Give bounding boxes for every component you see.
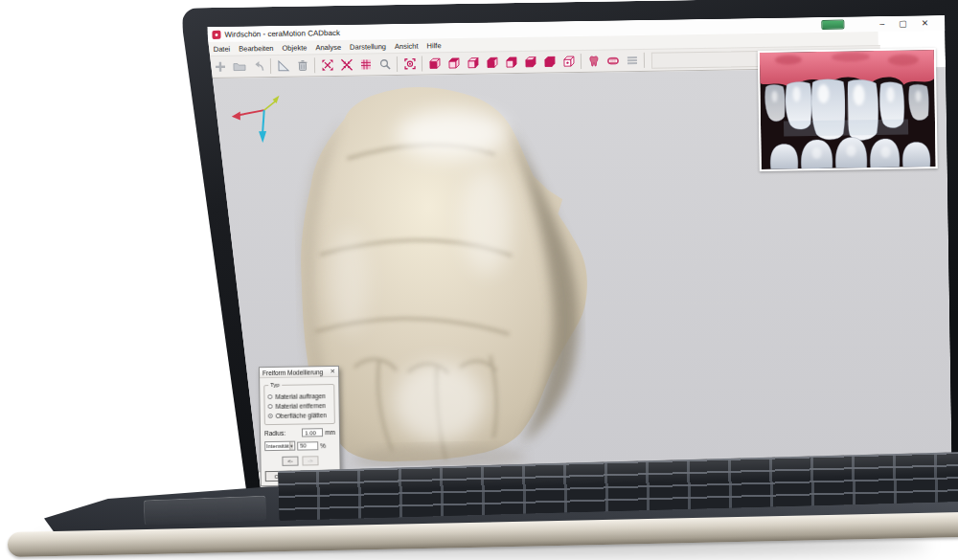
toolbar-separator	[397, 56, 398, 72]
view-cube-back-icon[interactable]	[445, 54, 463, 73]
intraoral-photo-panel	[758, 48, 938, 171]
dialog-radio-material-entfernen[interactable]: Material entfernen	[268, 402, 331, 410]
menu-item-analyse[interactable]: Analyse	[315, 42, 341, 51]
radius-label: Radius:	[264, 430, 300, 437]
maximize-button[interactable]: ▢	[899, 19, 907, 28]
toolbar-separator	[581, 54, 582, 69]
toolbar-separator	[270, 58, 271, 74]
menu-item-ansicht[interactable]: Ansicht	[395, 41, 419, 50]
grid-icon[interactable]	[356, 55, 375, 74]
toolbar-separator	[314, 57, 315, 73]
chevron-down-icon: ▾	[289, 442, 294, 450]
radio-icon	[268, 404, 273, 409]
intensity-row: Intensität ▾ 50 %	[264, 440, 335, 451]
type-groupbox: Typ Material auftragenMaterial entfernen…	[263, 384, 335, 425]
freeform-modelling-dialog: Freiform Modellierung ✕ Typ Material auf…	[259, 366, 341, 486]
toolbar-separator	[644, 53, 645, 68]
dialog-title: Freiform Modellierung	[262, 369, 323, 376]
magnifier-icon[interactable]	[376, 55, 394, 74]
radio-label: Material auftragen	[275, 392, 325, 400]
measure-icon[interactable]	[274, 56, 292, 76]
view-cube-free-icon[interactable]	[559, 52, 578, 71]
undo-icon[interactable]	[249, 56, 267, 76]
snapshot-icon[interactable]	[400, 55, 419, 74]
dialog-radio-material-auftragen[interactable]: Material auftragen	[267, 392, 331, 400]
view-cube-right-icon[interactable]	[483, 53, 501, 72]
app-window: Wirdschön - ceraMotion CADback – ▢ ✕ Dat…	[207, 15, 951, 488]
delete-icon[interactable]	[293, 56, 311, 75]
window-controls: – ▢ ✕	[821, 18, 940, 30]
undo-step-button[interactable]: <-	[282, 457, 298, 466]
intensity-select-value: Intensität	[266, 443, 289, 449]
layers-icon[interactable]	[623, 51, 641, 70]
menu-item-datei[interactable]: Datei	[214, 44, 231, 53]
radio-icon	[268, 414, 273, 418]
zoom-fit-icon[interactable]	[318, 56, 336, 75]
redo-step-button: ->	[302, 456, 318, 465]
group-label: Typ	[268, 382, 282, 388]
dialog-radio-oberfl-che-gl-tten[interactable]: Oberfläche glätten	[268, 412, 331, 419]
menu-item-darstellung[interactable]: Darstellung	[350, 42, 386, 52]
dialog-close-icon[interactable]: ✕	[330, 368, 335, 375]
radius-unit: mm	[325, 429, 335, 436]
app-icon	[212, 30, 220, 38]
close-button[interactable]: ✕	[922, 19, 929, 28]
menu-item-objekte[interactable]: Objekte	[282, 43, 307, 52]
radius-input[interactable]: 1.00	[302, 428, 323, 437]
laptop-trackpad	[144, 496, 267, 526]
tooth-icon[interactable]	[584, 52, 603, 71]
laptop-photo-scene: Wirdschön - ceraMotion CADback – ▢ ✕ Dat…	[0, 0, 958, 560]
view-cube-top-icon[interactable]	[502, 53, 520, 72]
status-badge[interactable]	[821, 20, 844, 30]
intensity-select[interactable]: Intensität ▾	[264, 441, 295, 452]
radio-group: Material auftragenMaterial entfernenOber…	[267, 392, 331, 419]
history-buttons: <- ->	[264, 456, 335, 466]
radio-label: Material entfernen	[276, 402, 326, 410]
radio-icon	[267, 394, 272, 399]
menu-item-hilfe[interactable]: Hilfe	[426, 41, 441, 50]
axis-orientation-widget	[227, 91, 282, 146]
denture-icon[interactable]	[604, 51, 622, 70]
view-cube-left-icon[interactable]	[464, 54, 482, 73]
teeth-photo	[760, 50, 936, 169]
radius-row: Radius: 1.00 mm	[264, 428, 335, 437]
minimize-button[interactable]: –	[879, 19, 884, 28]
radio-label: Oberfläche glätten	[276, 412, 327, 419]
window-title: Wirdschön - ceraMotion CADback	[224, 28, 340, 38]
zoom-reset-icon[interactable]	[337, 56, 355, 75]
view-cube-bottom-icon[interactable]	[521, 53, 539, 72]
toolbar-separator	[422, 56, 422, 72]
new-icon[interactable]	[211, 57, 229, 77]
view-cube-front-icon[interactable]	[425, 54, 444, 73]
laptop-screen: Wirdschön - ceraMotion CADback – ▢ ✕ Dat…	[182, 0, 958, 498]
open-icon[interactable]	[230, 56, 248, 76]
intensity-unit: %	[320, 442, 326, 449]
view-cube-iso-icon[interactable]	[540, 52, 559, 71]
intensity-input[interactable]: 50	[297, 441, 318, 450]
menu-item-bearbeiten[interactable]: Bearbeiten	[239, 43, 273, 53]
